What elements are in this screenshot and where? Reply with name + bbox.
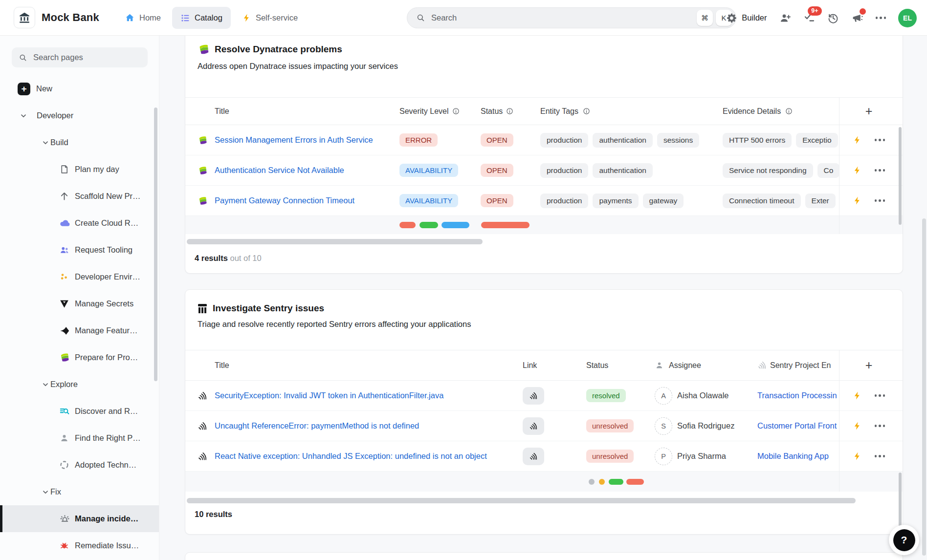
run-action-icon[interactable]	[853, 165, 862, 175]
more-menu-button[interactable]	[876, 17, 886, 19]
row-actions	[839, 441, 898, 472]
col-status[interactable]: Status	[481, 107, 503, 116]
sidebar-group-explore[interactable]: Explore	[0, 371, 159, 398]
sidebar-item-label: Manage Secrets	[75, 299, 133, 308]
sentry-link-button[interactable]	[523, 387, 544, 405]
search-icon	[416, 13, 425, 22]
arrow-right-icon	[59, 325, 70, 336]
bank-logo[interactable]	[14, 7, 35, 28]
add-column-button[interactable]: +	[839, 98, 898, 125]
lightning-icon	[242, 13, 251, 23]
sidebar-item-remediate-issues[interactable]: Remediate Issu…	[0, 532, 159, 559]
col-status[interactable]: Status	[586, 361, 608, 370]
sentry-link-button[interactable]	[523, 417, 544, 435]
sidebar-item-adopted-tech[interactable]: Adopted Techn…	[0, 452, 159, 478]
builder-button[interactable]: Builder	[727, 13, 767, 23]
sidebar-item-manage-secrets[interactable]: Manage Secrets	[0, 290, 159, 317]
help-button[interactable]: ?	[889, 525, 919, 555]
sidebar-item-label: Prepare for Pro…	[75, 353, 138, 362]
col-severity[interactable]: Severity Level	[399, 107, 449, 116]
sidebar-item-find-person[interactable]: Find the Right P…	[0, 425, 159, 452]
search-input[interactable]	[431, 13, 691, 22]
sidebar-item-create-cloud[interactable]: Create Cloud R…	[0, 210, 159, 237]
row-title-link[interactable]: Authentication Service Not Available	[215, 166, 344, 174]
run-action-icon[interactable]	[853, 390, 862, 401]
sidebar-item-developer-env[interactable]: Developer Envir…	[0, 263, 159, 290]
invite-user-button[interactable]	[779, 12, 791, 24]
sidebar-group-label: Fix	[50, 487, 61, 496]
tab-catalog[interactable]: Catalog	[172, 7, 231, 29]
row-menu-icon[interactable]	[875, 425, 885, 427]
cmd-key: ⌘	[697, 10, 713, 26]
sidebar-item-plan-my-day[interactable]: Plan my day	[0, 156, 159, 183]
chevron-down-icon	[20, 112, 27, 120]
info-icon[interactable]	[506, 108, 513, 115]
gear-icon	[727, 13, 737, 23]
info-icon[interactable]	[785, 108, 793, 115]
run-action-icon[interactable]	[853, 421, 862, 431]
sentry-link-button[interactable]	[523, 448, 544, 465]
sidebar-item-prepare-prod[interactable]: Prepare for Pro…	[0, 344, 159, 371]
arrow-up-icon	[59, 191, 69, 201]
tasks-count-badge: 9+	[808, 6, 821, 16]
row-title-link[interactable]: SecurityException: Invalid JWT token in …	[215, 391, 443, 400]
status-badge: unresolved	[586, 419, 634, 432]
sidebar-group-fix[interactable]: Fix	[0, 478, 159, 505]
sidebar-item-manage-features[interactable]: Manage Featur…	[0, 317, 159, 344]
sidebar-item-scaffold[interactable]: Scaffold New Pr…	[0, 183, 159, 210]
dots-triangle-icon	[59, 272, 69, 282]
sentry-project-link[interactable]: Transaction Processin	[757, 391, 837, 400]
row-title-link[interactable]: Payment Gateway Connection Timeout	[215, 196, 354, 205]
sidebar-item-manage-incidents[interactable]: Manage incide…	[0, 505, 159, 532]
info-icon[interactable]	[583, 108, 590, 115]
tab-self-service-label: Self-service	[256, 13, 298, 22]
col-evidence[interactable]: Evidence Details	[723, 107, 781, 116]
run-action-icon[interactable]	[853, 135, 862, 145]
sentry-project-link[interactable]: Customer Portal Front	[757, 421, 837, 430]
row-menu-icon[interactable]	[875, 394, 885, 397]
history-button[interactable]	[827, 12, 839, 24]
row-menu-icon[interactable]	[875, 199, 885, 202]
col-link[interactable]: Link	[523, 361, 537, 370]
sidebar-group-developer[interactable]: Developer	[0, 102, 159, 129]
table-horizontal-scrollbar[interactable]	[187, 239, 483, 244]
page-scrollbar[interactable]	[922, 218, 926, 556]
col-assignee[interactable]: Assignee	[669, 361, 701, 370]
next-card-stub	[185, 552, 903, 560]
row-title-link[interactable]: React Native exception: Unhandled JS Exc…	[215, 452, 487, 460]
entity-tag: payments	[593, 194, 638, 208]
avatar[interactable]: EL	[898, 9, 917, 27]
sidebar-search[interactable]	[12, 47, 148, 67]
sidebar-item-new[interactable]: + New	[0, 75, 159, 102]
row-title-link[interactable]: Session Management Errors in Auth Servic…	[215, 135, 373, 144]
run-action-icon[interactable]	[853, 451, 862, 461]
status-badge: resolved	[586, 389, 626, 402]
sidebar-scrollbar[interactable]	[154, 108, 157, 381]
col-entity-tags[interactable]: Entity Tags	[540, 107, 578, 116]
row-menu-icon[interactable]	[875, 455, 885, 457]
sentry-card: Investigate Sentry issues Triage and res…	[185, 289, 903, 535]
col-title[interactable]: Title	[215, 107, 229, 116]
add-column-button[interactable]: +	[839, 350, 898, 381]
col-title[interactable]: Title	[215, 361, 229, 370]
row-menu-icon[interactable]	[875, 139, 885, 141]
table-horizontal-scrollbar[interactable]	[187, 498, 856, 503]
run-action-icon[interactable]	[853, 195, 862, 206]
global-search[interactable]: ⌘ K	[407, 7, 736, 28]
table-vertical-scrollbar[interactable]	[899, 127, 902, 225]
tab-home[interactable]: Home	[116, 7, 169, 29]
sidebar-item-discover[interactable]: Discover and R…	[0, 398, 159, 425]
sentry-project-link[interactable]: Mobile Banking App	[757, 452, 829, 460]
tasks-button[interactable]: 9+	[803, 12, 815, 24]
sidebar-group-build[interactable]: Build	[0, 129, 159, 156]
sidebar-item-label: New	[36, 84, 52, 93]
row-menu-icon[interactable]	[875, 169, 885, 172]
tab-self-service[interactable]: Self-service	[234, 7, 306, 29]
entity-tag: production	[540, 194, 588, 208]
sidebar-search-input[interactable]	[33, 53, 141, 62]
info-icon[interactable]	[452, 108, 460, 115]
announcements-button[interactable]	[851, 12, 863, 24]
row-title-link[interactable]: Uncaught ReferenceError: paymentMethod i…	[215, 421, 419, 430]
col-sentry-project[interactable]: Sentry Project En	[770, 361, 831, 370]
sidebar-item-request-tooling[interactable]: Request Tooling	[0, 237, 159, 263]
